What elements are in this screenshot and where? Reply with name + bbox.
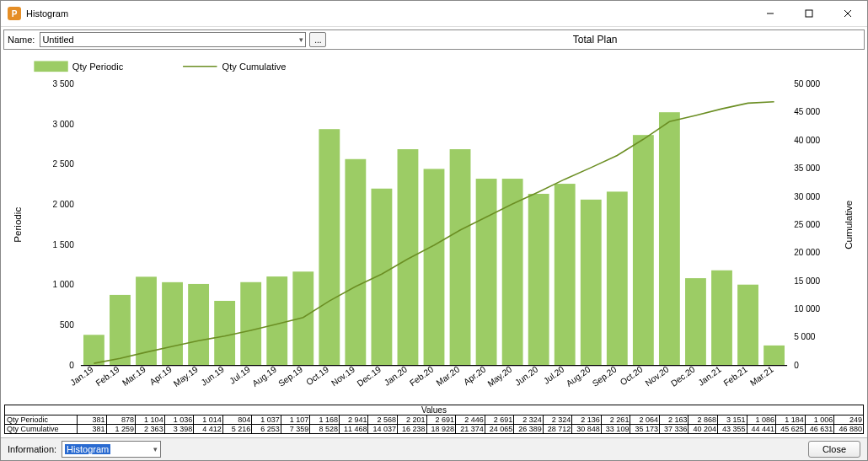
bar — [528, 194, 549, 366]
category-label: Aug.20 — [565, 364, 592, 389]
table-cell: 40 204 — [689, 425, 718, 434]
maximize-button[interactable] — [790, 1, 828, 26]
category-label: Jun.20 — [513, 364, 539, 388]
table-cell: 3 151 — [718, 415, 747, 425]
right-tick: 25 000 — [794, 220, 820, 229]
plan-title: Total Plan — [330, 34, 860, 46]
table-cell: 2 201 — [398, 415, 427, 425]
left-tick: 1 000 — [53, 280, 75, 289]
bar — [764, 346, 785, 366]
table-cell: 3 398 — [164, 425, 194, 434]
category-label: Feb.20 — [408, 364, 435, 388]
table-cell: 2 941 — [339, 415, 368, 425]
category-label: Apr.20 — [462, 364, 487, 387]
table-cell: 1 036 — [164, 415, 194, 425]
bar — [581, 200, 602, 366]
footer: Information: Histogram ▾ Close — [1, 437, 867, 460]
bar — [188, 284, 209, 366]
right-tick: 15 000 — [794, 276, 820, 285]
right-tick: 50 000 — [794, 79, 820, 88]
table-cell: 1 104 — [136, 415, 165, 425]
table-cell: 2 324 — [543, 415, 572, 425]
left-tick: 500 — [60, 320, 74, 330]
table-cell: 26 389 — [514, 425, 544, 434]
table-cell: 2 324 — [514, 415, 544, 425]
bar — [345, 159, 366, 366]
right-tick: 30 000 — [794, 191, 820, 201]
table-cell: 6 253 — [252, 425, 281, 434]
svg-rect-1 — [806, 10, 812, 17]
right-tick: 10 000 — [794, 304, 820, 314]
table-cell: 5 216 — [222, 425, 252, 434]
row-head-periodic: Qty Periodic — [5, 415, 78, 425]
right-tick: 40 000 — [794, 136, 820, 145]
name-select[interactable]: Untitled ▾ — [40, 32, 306, 47]
table-cell: 2 136 — [572, 415, 602, 425]
bar — [214, 301, 235, 366]
table-cell: 1 259 — [106, 425, 136, 434]
category-label: Aug.19 — [250, 364, 278, 389]
bar — [292, 271, 313, 365]
table-cell: 2 163 — [659, 415, 689, 425]
table-cell: 28 712 — [543, 425, 572, 434]
table-cell: 37 336 — [659, 425, 689, 434]
table-cell: 11 468 — [339, 425, 368, 434]
name-browse-button[interactable]: ... — [309, 32, 326, 47]
table-cell: 45 625 — [776, 425, 806, 434]
legend-label-periodic: Qty Periodic — [72, 62, 124, 72]
table-cell: 2 064 — [630, 415, 660, 425]
left-tick: 2 000 — [53, 200, 75, 209]
table-cell: 7 359 — [281, 425, 310, 434]
table-cell: 249 — [834, 415, 864, 425]
right-tick: 35 000 — [794, 163, 820, 173]
table-cell: 2 261 — [601, 415, 630, 425]
toolbar: Name: Untitled ▾ ... Total Plan — [3, 29, 865, 50]
table-cell: 878 — [106, 415, 136, 425]
information-select-value: Histogram — [65, 444, 110, 454]
table-cell: 2 868 — [689, 415, 718, 425]
table-cell: 18 928 — [426, 425, 456, 434]
bar — [685, 278, 706, 366]
table-cell: 16 238 — [398, 425, 427, 434]
table-cell: 30 848 — [572, 425, 602, 434]
category-label: Sep.20 — [591, 364, 619, 389]
category-label: Feb.21 — [722, 364, 749, 388]
category-label: Mar.21 — [748, 364, 775, 388]
bar — [319, 129, 340, 365]
table-cell: 381 — [78, 425, 107, 434]
bar — [633, 135, 654, 365]
information-select[interactable]: Histogram ▾ — [62, 441, 161, 458]
category-label: Dec.19 — [356, 364, 383, 389]
category-label: Nov.20 — [644, 364, 671, 388]
bar — [711, 271, 732, 366]
legend-label-cumulative: Qty Cumulative — [222, 62, 287, 72]
close-window-button[interactable] — [828, 1, 867, 26]
name-label: Name: — [8, 35, 35, 45]
minimize-button[interactable] — [751, 1, 790, 26]
bar — [555, 184, 576, 366]
table-cell: 381 — [78, 415, 107, 425]
histogram-chart: Qty PeriodicQty Cumulative05001 0001 500… — [4, 54, 864, 403]
window-title: Histogram — [26, 8, 68, 19]
table-cell: 21 374 — [456, 425, 485, 434]
histogram-window: P Histogram Name: Untitled ▾ ... Total P… — [0, 0, 868, 461]
table-cell: 2 363 — [136, 425, 165, 434]
table-cell: 14 037 — [368, 425, 398, 434]
chevron-down-icon: ▾ — [153, 445, 158, 453]
left-tick: 3 000 — [53, 120, 75, 129]
bar — [240, 282, 261, 366]
close-button[interactable]: Close — [808, 441, 860, 458]
table-cell: 8 528 — [310, 425, 340, 434]
row-head-cumulative: Qty Cumulative — [5, 425, 78, 434]
table-cell: 804 — [222, 415, 252, 425]
table-cell: 2 691 — [485, 415, 514, 425]
left-tick: 1 500 — [53, 240, 75, 249]
bar — [450, 149, 471, 366]
category-label: May.19 — [172, 364, 200, 389]
left-tick: 2 500 — [53, 159, 75, 169]
bar — [266, 276, 287, 366]
table-cell: 1 086 — [747, 415, 776, 425]
table-cell: 46 880 — [834, 425, 864, 434]
information-label: Information: — [8, 444, 56, 454]
category-label: Nov.19 — [330, 364, 356, 388]
